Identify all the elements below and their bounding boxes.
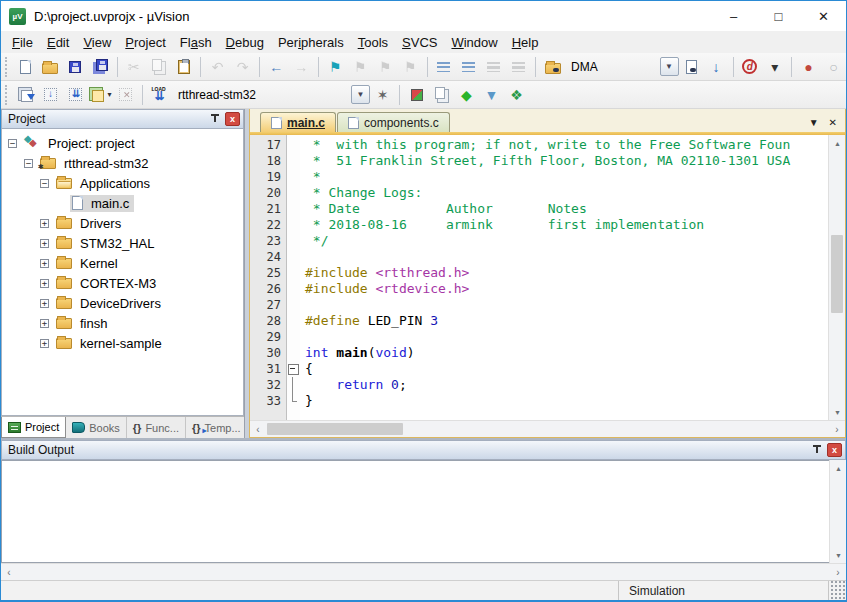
previous-bookmark-button[interactable]: ⚑ xyxy=(348,55,373,78)
tree-item-stm32-hal[interactable]: +STM32_HAL xyxy=(2,233,243,253)
scroll-down-button[interactable]: ▼ xyxy=(829,404,845,420)
document-tab-main-c[interactable]: main.c xyxy=(260,112,336,132)
scroll-down-button[interactable]: ▼ xyxy=(830,547,847,563)
indent-button[interactable] xyxy=(431,55,456,78)
open-file-button[interactable] xyxy=(38,55,63,78)
menu-view[interactable]: View xyxy=(76,33,118,52)
tree-item-main-c[interactable]: main.c xyxy=(2,193,243,213)
target-combobox[interactable]: rtthread-stm32▼ xyxy=(172,85,370,105)
menu-debug[interactable]: Debug xyxy=(219,33,271,52)
toggle-bookmark-button[interactable]: ⚑ xyxy=(323,55,348,78)
close-button[interactable]: ✕ xyxy=(801,1,846,31)
tree-item-devicedrivers[interactable]: +DeviceDrivers xyxy=(2,293,243,313)
scroll-left-button[interactable]: ‹ xyxy=(1,564,17,581)
rebuild-all-button[interactable] xyxy=(63,83,88,106)
find-in-files-dialog-button[interactable] xyxy=(679,55,704,78)
menu-file[interactable]: File xyxy=(5,33,40,52)
incremental-find-button[interactable]: ↓ xyxy=(704,55,729,78)
editor-vertical-scrollbar[interactable]: ▲ ▼ xyxy=(828,135,845,420)
menu-project[interactable]: Project xyxy=(118,33,172,52)
comment-button[interactable] xyxy=(481,55,506,78)
expand-icon[interactable]: + xyxy=(40,319,49,328)
insert-breakpoint-button[interactable]: ● xyxy=(796,55,821,78)
expand-icon[interactable]: + xyxy=(40,219,49,228)
fold-marker[interactable] xyxy=(286,393,300,409)
menu-svcs[interactable]: SVCS xyxy=(395,33,444,52)
close-document-button[interactable]: ✕ xyxy=(829,117,837,128)
tab-list-dropdown[interactable]: ▼ xyxy=(809,117,819,128)
expand-icon[interactable]: + xyxy=(40,299,49,308)
editor-horizontal-scrollbar[interactable]: ‹ › xyxy=(250,420,845,437)
find-in-files-button[interactable] xyxy=(540,55,565,78)
expand-icon[interactable]: + xyxy=(40,259,49,268)
minimize-button[interactable]: – xyxy=(711,1,756,31)
new-file-button[interactable] xyxy=(13,55,38,78)
file-extensions-button[interactable] xyxy=(429,83,454,106)
copy-button[interactable] xyxy=(146,55,171,78)
scroll-left-button[interactable]: ‹ xyxy=(250,421,266,438)
lookup-dropdown[interactable]: ▾ xyxy=(762,55,787,78)
manage-project-items-button[interactable] xyxy=(404,83,429,106)
next-bookmark-button[interactable]: ⚑ xyxy=(373,55,398,78)
unindent-button[interactable] xyxy=(456,55,481,78)
disable-breakpoint-button[interactable]: ○ xyxy=(821,55,846,78)
build-output-content[interactable] xyxy=(1,460,829,563)
expand-icon[interactable]: + xyxy=(40,239,49,248)
download-button[interactable] xyxy=(147,83,172,106)
find-combobox-dropdown[interactable]: ▼ xyxy=(660,57,679,76)
navigate-back-button[interactable]: ← xyxy=(264,55,289,78)
undo-button[interactable]: ↶ xyxy=(205,55,230,78)
fold-marker[interactable] xyxy=(286,377,300,393)
code-editor[interactable]: 17 * with this program; if not, write to… xyxy=(250,135,845,420)
tab-books[interactable]: Books xyxy=(66,417,127,438)
tree-item-rtthread-stm32[interactable]: −rtthread-stm32 xyxy=(2,153,243,173)
build-button[interactable] xyxy=(38,83,63,106)
build-output-close-button[interactable]: x xyxy=(827,443,842,457)
batch-build-button[interactable]: ▾ xyxy=(88,83,113,106)
navigate-forward-button[interactable]: → xyxy=(289,55,314,78)
build-output-vertical-scrollbar[interactable]: ▲ ▼ xyxy=(829,460,846,563)
paste-button[interactable] xyxy=(171,55,196,78)
menu-flash[interactable]: Flash xyxy=(173,33,219,52)
project-panel-close-button[interactable]: x xyxy=(225,112,240,126)
menu-help[interactable]: Help xyxy=(505,33,546,52)
clear-bookmarks-button[interactable]: ⚑ xyxy=(398,55,423,78)
tree-item-finsh[interactable]: +finsh xyxy=(2,313,243,333)
pack-installer-button[interactable]: ❖ xyxy=(504,83,529,106)
save-button[interactable] xyxy=(63,55,88,78)
expand-icon[interactable]: + xyxy=(40,339,49,348)
tree-item-applications[interactable]: −Applications xyxy=(2,173,243,193)
tab-project[interactable]: Project xyxy=(1,417,66,438)
tree-item-drivers[interactable]: +Drivers xyxy=(2,213,243,233)
fold-marker[interactable] xyxy=(286,361,300,377)
target-combobox-dropdown[interactable]: ▼ xyxy=(351,85,370,104)
collapse-icon[interactable]: − xyxy=(40,179,49,188)
build-output-horizontal-scrollbar[interactable]: ‹ › xyxy=(1,563,846,580)
save-all-button[interactable] xyxy=(88,55,113,78)
manage-rte-button[interactable]: ◆ xyxy=(454,83,479,106)
editor-hscroll-thumb[interactable] xyxy=(267,423,403,435)
resize-grip[interactable] xyxy=(828,581,846,600)
translate-file-button[interactable] xyxy=(13,83,38,106)
tree-item-project-project[interactable]: −Project: project xyxy=(2,133,243,153)
tree-item-cortex-m3[interactable]: +CORTEX-M3 xyxy=(2,273,243,293)
stop-build-button[interactable] xyxy=(113,83,138,106)
pin-icon[interactable] xyxy=(812,445,821,456)
scroll-up-button[interactable]: ▲ xyxy=(830,460,847,476)
pin-icon[interactable] xyxy=(210,114,219,125)
scroll-right-button[interactable]: › xyxy=(829,421,845,438)
menu-window[interactable]: Window xyxy=(444,33,504,52)
menu-tools[interactable]: Tools xyxy=(351,33,395,52)
tree-item-kernel[interactable]: +Kernel xyxy=(2,253,243,273)
lookup-button[interactable]: d xyxy=(737,55,762,78)
editor-vscroll-thumb[interactable] xyxy=(831,235,843,313)
menu-edit[interactable]: Edit xyxy=(40,33,76,52)
toolbar-grip[interactable] xyxy=(5,57,9,77)
target-options-button[interactable]: ✶ xyxy=(370,83,395,106)
tab-temp[interactable]: {}Temp... xyxy=(186,417,248,438)
tree-item-kernel-sample[interactable]: +kernel-sample xyxy=(2,333,243,353)
collapse-icon[interactable]: − xyxy=(24,159,33,168)
toolbar-grip[interactable] xyxy=(5,85,9,105)
maximize-button[interactable]: □ xyxy=(756,1,801,31)
menu-peripherals[interactable]: Peripherals xyxy=(271,33,351,52)
